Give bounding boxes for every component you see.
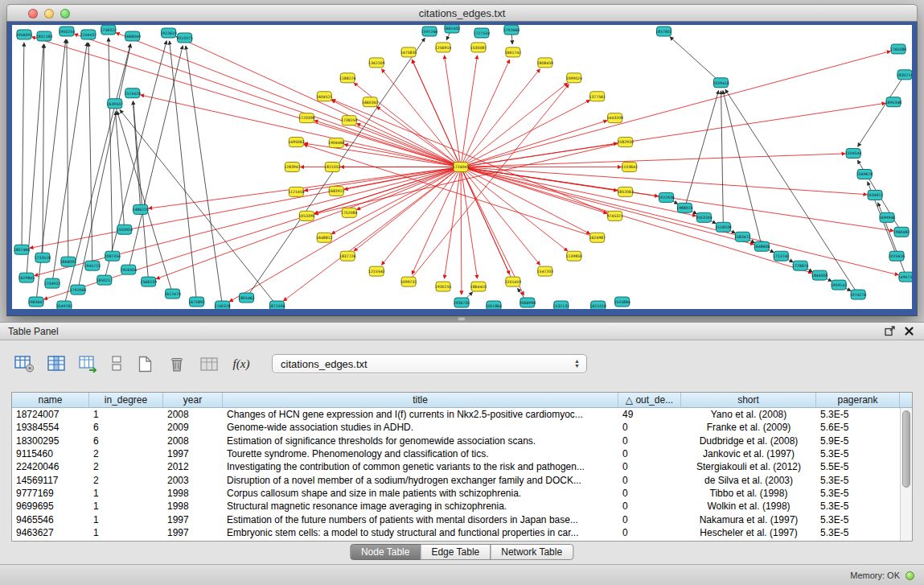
graph-node[interactable]: 1342209 — [368, 58, 384, 68]
graph-edge[interactable] — [461, 167, 568, 252]
table-row[interactable]: 969969511998Structural magnetic resonanc… — [12, 500, 912, 513]
column-header-1[interactable]: in_degree — [89, 393, 163, 407]
column-header-6[interactable]: pagerank — [816, 393, 900, 407]
graph-node[interactable]: 2053204 — [696, 212, 712, 222]
graph-edge[interactable] — [43, 44, 44, 257]
graph-node[interactable]: 1582930 — [617, 138, 633, 147]
graph-edge[interactable] — [461, 51, 890, 167]
graph-node[interactable]: 1752084 — [341, 208, 357, 217]
graph-edge[interactable] — [461, 103, 885, 167]
graph-node[interactable]: 1864410 — [470, 282, 487, 291]
graph-node[interactable]: 1895348 — [885, 97, 901, 107]
graph-edge[interactable] — [461, 60, 510, 167]
graph-edge[interactable] — [186, 46, 223, 306]
graph-edge[interactable] — [858, 75, 905, 146]
graph-node[interactable]: 1486220 — [133, 204, 149, 214]
graph-edge[interactable] — [409, 84, 569, 282]
graph-edge[interactable] — [27, 44, 43, 278]
graph-node[interactable]: 1916504 — [121, 265, 137, 274]
table-selector-combobox[interactable]: citations_edges.txt ▲▼ — [272, 354, 587, 373]
graph-node[interactable]: 1283947 — [284, 163, 300, 172]
graph-edge[interactable] — [30, 167, 461, 249]
network-canvas[interactable]: 1724045110364218520639745321162498711398… — [12, 25, 912, 309]
graph-node[interactable]: 1634812 — [867, 190, 883, 200]
graph-node[interactable]: 1188276 — [339, 73, 355, 83]
graph-node[interactable]: 1765080 — [890, 44, 906, 54]
graph-edge[interactable] — [461, 154, 845, 167]
delete-table-icon[interactable] — [166, 352, 188, 375]
graph-edge[interactable] — [52, 43, 87, 283]
table-row[interactable]: 2242004622012Investigating the contribut… — [12, 460, 912, 473]
graph-edge[interactable] — [354, 167, 461, 252]
graph-node[interactable]: 1139850 — [566, 251, 582, 261]
graph-edge[interactable] — [721, 91, 724, 228]
table-row[interactable]: 977716911998Corpus callosum shape and si… — [12, 487, 912, 500]
graph-edge[interactable] — [67, 39, 68, 262]
close-panel-icon[interactable] — [901, 325, 916, 338]
graph-edge[interactable] — [461, 69, 540, 167]
graph-node[interactable]: 1688049 — [125, 31, 141, 41]
graph-edge[interactable] — [461, 167, 893, 231]
table-row[interactable]: 1872400712008Changes of HCN gene express… — [12, 408, 912, 421]
scrollbar-thumb[interactable] — [902, 410, 910, 488]
graph-edge[interactable] — [461, 167, 812, 274]
graph-node[interactable]: 1733528 — [35, 253, 51, 262]
graph-node[interactable]: 1099731 — [400, 277, 417, 286]
graph-node[interactable]: 1053395 — [298, 211, 314, 220]
graph-node[interactable]: 1844008 — [811, 270, 827, 280]
graph-node[interactable]: 2066998 — [519, 298, 536, 307]
graph-node[interactable]: 1660341 — [362, 97, 378, 107]
graph-edge[interactable] — [32, 37, 461, 167]
graph-node[interactable]: 1683927 — [328, 186, 344, 196]
graph-node[interactable]: 2201459 — [505, 277, 521, 286]
graph-node[interactable]: 2087354 — [105, 251, 121, 261]
graph-edge[interactable] — [133, 101, 140, 210]
window-titlebar[interactable]: citations_edges.txt — [6, 4, 918, 22]
graph-node[interactable]: 1868091 — [60, 257, 76, 266]
table-vertical-scrollbar[interactable] — [900, 408, 912, 541]
graph-edge[interactable] — [461, 167, 540, 266]
graph-node[interactable]: 1530087 — [470, 43, 487, 52]
graph-node[interactable]: 1443208 — [606, 113, 622, 123]
graph-node[interactable]: 1922936 — [658, 192, 674, 202]
table-row[interactable]: 1938455462009Genome-wide association stu… — [12, 421, 912, 434]
float-panel-icon[interactable] — [882, 325, 897, 338]
graph-edge[interactable] — [133, 101, 149, 282]
graph-edge[interactable] — [116, 112, 125, 230]
graph-node[interactable]: 1629845 — [18, 273, 35, 282]
graph-node[interactable]: 1569678 — [856, 169, 873, 179]
graph-node[interactable]: 1568239 — [140, 277, 156, 286]
graph-node[interactable]: 1792068 — [70, 285, 86, 295]
graph-node[interactable]: 1648812 — [316, 233, 332, 242]
graph-node[interactable]: 1983647 — [28, 297, 44, 307]
graph-edge[interactable] — [354, 83, 461, 167]
graph-node[interactable]: 1936730 — [454, 298, 470, 307]
table-row[interactable]: 946554611997Estimation of the future num… — [12, 513, 912, 525]
graph-edge[interactable] — [109, 38, 113, 256]
graph-node[interactable]: 1909142 — [831, 280, 847, 290]
graph-node[interactable]: 1831180 — [36, 31, 52, 41]
graph-node[interactable]: 1900254 — [59, 27, 75, 36]
graph-node[interactable]: 2039410 — [713, 78, 729, 88]
column-header-3[interactable]: title — [223, 393, 618, 407]
graph-node[interactable]: 1922610 — [160, 28, 176, 38]
minimize-window-button[interactable] — [44, 9, 54, 19]
graph-node[interactable]: 1699946 — [879, 212, 895, 222]
graph-node[interactable]: 2104437 — [80, 30, 97, 39]
close-window-button[interactable] — [28, 9, 38, 19]
graph-node[interactable]: 1808459 — [537, 58, 553, 68]
graph-node[interactable]: 1103642 — [621, 163, 637, 172]
graph-node[interactable]: 1857802 — [655, 27, 671, 36]
create-table-icon[interactable] — [13, 352, 35, 375]
graph-node[interactable]: 1518338 — [715, 222, 731, 232]
graph-node[interactable]: 1830214 — [897, 70, 912, 80]
graph-edge[interactable] — [461, 167, 754, 245]
zoom-window-button[interactable] — [60, 9, 70, 19]
graph-node[interactable]: 1727534 — [474, 28, 490, 38]
graph-edge[interactable] — [412, 167, 461, 275]
graph-edge[interactable] — [176, 36, 461, 167]
graph-edge[interactable] — [156, 167, 461, 279]
graph-node[interactable]: 2001864 — [486, 301, 502, 309]
graph-edge[interactable] — [356, 167, 461, 210]
graph-node[interactable]: 2010375 — [176, 33, 192, 43]
